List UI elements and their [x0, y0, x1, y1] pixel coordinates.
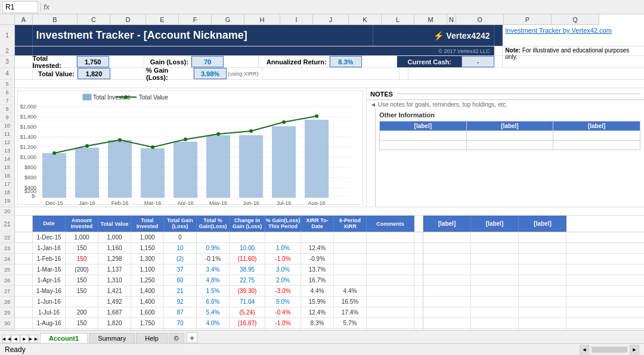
- table-cell[interactable]: 1,421: [98, 286, 131, 296]
- table-cell[interactable]: 4.4%: [334, 286, 367, 296]
- table-cell[interactable]: 12.4%: [301, 307, 334, 317]
- table-cell[interactable]: [367, 297, 414, 307]
- table-cell[interactable]: 70: [164, 318, 197, 328]
- table-cell[interactable]: 37: [164, 264, 197, 275]
- table-cell[interactable]: (11.60): [230, 254, 265, 264]
- table-cell[interactable]: [265, 232, 301, 242]
- table-cell[interactable]: [66, 297, 98, 307]
- table-cell[interactable]: [334, 254, 367, 264]
- table-cell[interactable]: 10: [164, 243, 197, 253]
- scroll-bar[interactable]: [592, 347, 627, 353]
- table-cell[interactable]: 150: [66, 286, 98, 296]
- table-cell[interactable]: 1-Jan-16: [33, 243, 66, 253]
- table-cell[interactable]: 15.9%: [301, 297, 334, 307]
- table-cell[interactable]: (16.87): [230, 318, 265, 328]
- table-cell[interactable]: 1-Aug-16: [33, 318, 66, 328]
- table-cell[interactable]: 5.0%: [265, 297, 301, 307]
- table-cell[interactable]: 1,137: [98, 264, 131, 275]
- table-cell[interactable]: 1,400: [131, 297, 164, 307]
- table-cell[interactable]: (39.30): [230, 286, 265, 296]
- table-cell[interactable]: [334, 243, 367, 253]
- table-cell[interactable]: [334, 232, 367, 242]
- table-cell[interactable]: 1-Feb-16: [33, 254, 66, 264]
- tab-help[interactable]: Help: [136, 333, 168, 343]
- table-cell[interactable]: 1-Dec-15: [33, 232, 66, 242]
- table-cell[interactable]: [367, 254, 414, 264]
- table-cell[interactable]: 1,600: [131, 307, 164, 317]
- table-cell[interactable]: 38.95: [230, 264, 265, 275]
- table-cell[interactable]: 1,400: [131, 286, 164, 296]
- table-cell[interactable]: 1,150: [131, 243, 164, 253]
- table-cell[interactable]: 1,000: [98, 232, 131, 242]
- table-cell[interactable]: 0: [164, 232, 197, 242]
- table-cell[interactable]: 1,000: [66, 232, 98, 242]
- table-cell[interactable]: [367, 318, 414, 328]
- tab-scroll-controls[interactable]: ◄◄ ◄ ► ►►: [2, 335, 38, 343]
- tab-scroll-right[interactable]: ►: [20, 335, 29, 343]
- tab-account1[interactable]: Account1: [40, 333, 88, 343]
- table-cell[interactable]: (200): [66, 264, 98, 275]
- table-cell[interactable]: 6.6%: [197, 297, 230, 307]
- table-cell[interactable]: 92: [164, 297, 197, 307]
- table-cell[interactable]: 10.00: [230, 243, 265, 253]
- table-cell[interactable]: (5.24): [230, 307, 265, 317]
- table-cell[interactable]: 1,310: [98, 275, 131, 285]
- table-cell[interactable]: [367, 286, 414, 296]
- table-cell[interactable]: 1,160: [98, 243, 131, 253]
- table-cell[interactable]: [367, 243, 414, 253]
- name-box[interactable]: [2, 1, 38, 13]
- table-cell[interactable]: 1,250: [131, 275, 164, 285]
- table-cell[interactable]: 1,492: [98, 297, 131, 307]
- scroll-left-icon[interactable]: ◄: [580, 345, 589, 354]
- table-cell[interactable]: [230, 232, 265, 242]
- table-cell[interactable]: -0.1%: [197, 254, 230, 264]
- table-cell[interactable]: 12.4%: [301, 243, 334, 253]
- table-cell[interactable]: 1-Jun-16: [33, 297, 66, 307]
- table-cell[interactable]: 1,750: [131, 318, 164, 328]
- table-cell[interactable]: 150: [66, 243, 98, 253]
- tab-scroll-right-right[interactable]: ►►: [29, 335, 38, 343]
- tab-summary[interactable]: Summary: [89, 333, 135, 343]
- table-cell[interactable]: [301, 232, 334, 242]
- table-cell[interactable]: -3.0%: [265, 286, 301, 296]
- table-cell[interactable]: 1,687: [98, 307, 131, 317]
- table-cell[interactable]: 1.5%: [197, 286, 230, 296]
- table-cell[interactable]: 16.5%: [334, 297, 367, 307]
- table-cell[interactable]: 21: [164, 286, 197, 296]
- table-cell[interactable]: [367, 232, 414, 242]
- table-cell[interactable]: 150: [66, 254, 98, 264]
- table-cell[interactable]: 150: [66, 275, 98, 285]
- scroll-right-icon[interactable]: ►: [630, 345, 639, 354]
- table-cell[interactable]: 1-Mar-16: [33, 264, 66, 275]
- table-cell[interactable]: -1.0%: [265, 318, 301, 328]
- table-cell[interactable]: 71.04: [230, 297, 265, 307]
- table-cell[interactable]: [334, 275, 367, 285]
- table-cell[interactable]: 1-Jul-16: [33, 307, 66, 317]
- formula-input[interactable]: [52, 3, 642, 11]
- table-cell[interactable]: 13.7%: [301, 264, 334, 275]
- table-cell[interactable]: 2.0%: [265, 275, 301, 285]
- table-cell[interactable]: 4.8%: [197, 275, 230, 285]
- table-cell[interactable]: 8.3%: [301, 318, 334, 328]
- table-cell[interactable]: [334, 264, 367, 275]
- table-cell[interactable]: 3.4%: [197, 264, 230, 275]
- table-cell[interactable]: 1.0%: [265, 243, 301, 253]
- table-cell[interactable]: 4.4%: [301, 286, 334, 296]
- table-cell[interactable]: (2): [164, 254, 197, 264]
- table-cell[interactable]: 1,100: [131, 264, 164, 275]
- table-cell[interactable]: 200: [66, 307, 98, 317]
- table-cell[interactable]: 5.4%: [197, 307, 230, 317]
- table-cell[interactable]: [197, 232, 230, 242]
- table-cell[interactable]: 22.75: [230, 275, 265, 285]
- vertex42-link[interactable]: Investment Tracker by Vertex42.com: [505, 27, 612, 34]
- table-cell[interactable]: [367, 307, 414, 317]
- table-cell[interactable]: 1,000: [131, 232, 164, 242]
- table-cell[interactable]: 60: [164, 275, 197, 285]
- table-cell[interactable]: -0.4%: [265, 307, 301, 317]
- table-cell[interactable]: 0.9%: [197, 243, 230, 253]
- tab-copyright[interactable]: ©: [169, 333, 184, 343]
- table-cell[interactable]: 1,298: [98, 254, 131, 264]
- add-sheet-button[interactable]: +: [187, 332, 197, 343]
- table-cell[interactable]: [367, 275, 414, 285]
- table-cell[interactable]: 150: [66, 318, 98, 328]
